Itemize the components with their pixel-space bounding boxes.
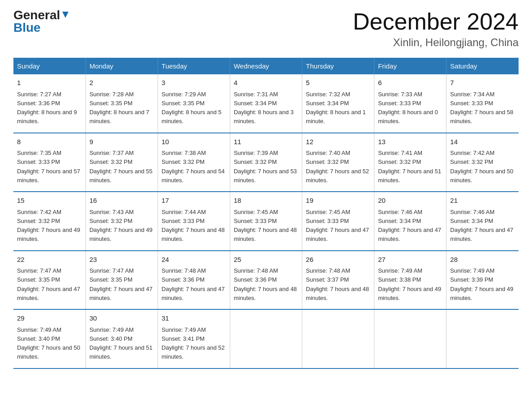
col-wednesday: Wednesday xyxy=(230,58,302,74)
table-row: 9 Sunrise: 7:37 AMSunset: 3:32 PMDayligh… xyxy=(86,133,158,192)
table-row: 25 Sunrise: 7:48 AMSunset: 3:36 PMDaylig… xyxy=(230,251,302,310)
col-thursday: Thursday xyxy=(302,58,374,74)
table-row: 6 Sunrise: 7:33 AMSunset: 3:33 PMDayligh… xyxy=(374,74,446,133)
day-info: Sunrise: 7:49 AMSunset: 3:38 PMDaylight:… xyxy=(378,267,441,301)
logo: General Blue xyxy=(13,9,70,35)
table-row: 28 Sunrise: 7:49 AMSunset: 3:39 PMDaylig… xyxy=(446,251,519,310)
table-row: 21 Sunrise: 7:46 AMSunset: 3:34 PMDaylig… xyxy=(446,192,519,251)
day-number: 6 xyxy=(378,78,442,88)
day-info: Sunrise: 7:34 AMSunset: 3:33 PMDaylight:… xyxy=(450,91,513,125)
table-row: 24 Sunrise: 7:48 AMSunset: 3:36 PMDaylig… xyxy=(158,251,230,310)
calendar-title-block: December 2024 Xinlin, Heilongjiang, Chin… xyxy=(353,9,519,49)
table-row: 8 Sunrise: 7:35 AMSunset: 3:33 PMDayligh… xyxy=(13,133,86,192)
day-info: Sunrise: 7:46 AMSunset: 3:34 PMDaylight:… xyxy=(378,209,441,243)
day-number: 15 xyxy=(17,196,82,206)
table-row: 4 Sunrise: 7:31 AMSunset: 3:34 PMDayligh… xyxy=(230,74,302,133)
logo-triangle-icon xyxy=(60,10,70,20)
svg-marker-0 xyxy=(62,12,69,18)
day-info: Sunrise: 7:47 AMSunset: 3:35 PMDaylight:… xyxy=(90,267,153,301)
day-info: Sunrise: 7:48 AMSunset: 3:36 PMDaylight:… xyxy=(162,267,225,301)
col-sunday: Sunday xyxy=(13,58,86,74)
day-info: Sunrise: 7:44 AMSunset: 3:33 PMDaylight:… xyxy=(162,209,225,243)
day-number: 18 xyxy=(234,196,298,206)
table-row: 17 Sunrise: 7:44 AMSunset: 3:33 PMDaylig… xyxy=(158,192,230,251)
calendar-week-row: 8 Sunrise: 7:35 AMSunset: 3:33 PMDayligh… xyxy=(13,133,519,192)
day-info: Sunrise: 7:32 AMSunset: 3:34 PMDaylight:… xyxy=(306,91,366,125)
day-info: Sunrise: 7:47 AMSunset: 3:35 PMDaylight:… xyxy=(17,267,80,301)
day-info: Sunrise: 7:48 AMSunset: 3:37 PMDaylight:… xyxy=(306,267,369,301)
day-number: 10 xyxy=(162,137,226,147)
table-row: 11 Sunrise: 7:39 AMSunset: 3:32 PMDaylig… xyxy=(230,133,302,192)
day-info: Sunrise: 7:49 AMSunset: 3:40 PMDaylight:… xyxy=(17,326,80,360)
day-info: Sunrise: 7:31 AMSunset: 3:34 PMDaylight:… xyxy=(234,91,294,125)
table-row: 5 Sunrise: 7:32 AMSunset: 3:34 PMDayligh… xyxy=(302,74,374,133)
calendar-week-row: 22 Sunrise: 7:47 AMSunset: 3:35 PMDaylig… xyxy=(13,251,519,310)
table-row: 16 Sunrise: 7:43 AMSunset: 3:32 PMDaylig… xyxy=(86,192,158,251)
day-number: 30 xyxy=(90,313,154,324)
col-saturday: Saturday xyxy=(446,58,519,74)
day-info: Sunrise: 7:42 AMSunset: 3:32 PMDaylight:… xyxy=(17,209,80,243)
day-number: 17 xyxy=(162,196,226,206)
logo-blue-text: Blue xyxy=(13,21,41,35)
table-row: 29 Sunrise: 7:49 AMSunset: 3:40 PMDaylig… xyxy=(13,309,86,368)
table-row: 2 Sunrise: 7:28 AMSunset: 3:35 PMDayligh… xyxy=(86,74,158,133)
table-row: 31 Sunrise: 7:49 AMSunset: 3:41 PMDaylig… xyxy=(158,309,230,368)
table-row: 3 Sunrise: 7:29 AMSunset: 3:35 PMDayligh… xyxy=(158,74,230,133)
day-info: Sunrise: 7:39 AMSunset: 3:32 PMDaylight:… xyxy=(234,150,297,184)
day-info: Sunrise: 7:27 AMSunset: 3:36 PMDaylight:… xyxy=(17,91,77,125)
day-number: 16 xyxy=(90,196,154,206)
day-number: 12 xyxy=(306,137,370,147)
day-info: Sunrise: 7:40 AMSunset: 3:32 PMDaylight:… xyxy=(306,150,369,184)
table-row: 13 Sunrise: 7:41 AMSunset: 3:32 PMDaylig… xyxy=(374,133,446,192)
day-number: 7 xyxy=(450,78,515,88)
day-number: 24 xyxy=(162,255,226,265)
table-row: 27 Sunrise: 7:49 AMSunset: 3:38 PMDaylig… xyxy=(374,251,446,310)
day-info: Sunrise: 7:49 AMSunset: 3:39 PMDaylight:… xyxy=(450,267,513,301)
day-number: 2 xyxy=(90,78,154,88)
table-row: 23 Sunrise: 7:47 AMSunset: 3:35 PMDaylig… xyxy=(86,251,158,310)
day-number: 1 xyxy=(17,78,82,88)
table-row xyxy=(230,309,302,368)
day-number: 21 xyxy=(450,196,515,206)
day-number: 11 xyxy=(234,137,298,147)
calendar-header-row: Sunday Monday Tuesday Wednesday Thursday… xyxy=(13,58,519,74)
col-friday: Friday xyxy=(374,58,446,74)
col-monday: Monday xyxy=(86,58,158,74)
calendar-table: Sunday Monday Tuesday Wednesday Thursday… xyxy=(13,58,519,369)
day-info: Sunrise: 7:29 AMSunset: 3:35 PMDaylight:… xyxy=(162,91,222,125)
day-number: 20 xyxy=(378,196,442,206)
day-info: Sunrise: 7:48 AMSunset: 3:36 PMDaylight:… xyxy=(234,267,297,301)
day-info: Sunrise: 7:49 AMSunset: 3:41 PMDaylight:… xyxy=(162,326,225,360)
day-info: Sunrise: 7:45 AMSunset: 3:33 PMDaylight:… xyxy=(306,209,369,243)
table-row: 1 Sunrise: 7:27 AMSunset: 3:36 PMDayligh… xyxy=(13,74,86,133)
day-number: 27 xyxy=(378,255,442,265)
day-info: Sunrise: 7:46 AMSunset: 3:34 PMDaylight:… xyxy=(450,209,513,243)
calendar-week-row: 29 Sunrise: 7:49 AMSunset: 3:40 PMDaylig… xyxy=(13,309,519,368)
table-row: 20 Sunrise: 7:46 AMSunset: 3:34 PMDaylig… xyxy=(374,192,446,251)
table-row: 18 Sunrise: 7:45 AMSunset: 3:33 PMDaylig… xyxy=(230,192,302,251)
day-number: 22 xyxy=(17,255,82,265)
day-number: 29 xyxy=(17,313,82,324)
table-row: 26 Sunrise: 7:48 AMSunset: 3:37 PMDaylig… xyxy=(302,251,374,310)
day-number: 19 xyxy=(306,196,370,206)
day-info: Sunrise: 7:49 AMSunset: 3:40 PMDaylight:… xyxy=(90,326,153,360)
calendar-location: Xinlin, Heilongjiang, China xyxy=(353,36,519,49)
day-number: 8 xyxy=(17,137,82,147)
day-info: Sunrise: 7:37 AMSunset: 3:32 PMDaylight:… xyxy=(90,150,153,184)
table-row: 14 Sunrise: 7:42 AMSunset: 3:32 PMDaylig… xyxy=(446,133,519,192)
day-number: 3 xyxy=(162,78,226,88)
calendar-week-row: 15 Sunrise: 7:42 AMSunset: 3:32 PMDaylig… xyxy=(13,192,519,251)
day-number: 5 xyxy=(306,78,370,88)
day-number: 26 xyxy=(306,255,370,265)
table-row: 22 Sunrise: 7:47 AMSunset: 3:35 PMDaylig… xyxy=(13,251,86,310)
day-number: 13 xyxy=(378,137,442,147)
table-row: 19 Sunrise: 7:45 AMSunset: 3:33 PMDaylig… xyxy=(302,192,374,251)
day-number: 28 xyxy=(450,255,515,265)
day-number: 14 xyxy=(450,137,515,147)
day-info: Sunrise: 7:35 AMSunset: 3:33 PMDaylight:… xyxy=(17,150,80,184)
day-info: Sunrise: 7:33 AMSunset: 3:33 PMDaylight:… xyxy=(378,91,438,125)
day-info: Sunrise: 7:43 AMSunset: 3:32 PMDaylight:… xyxy=(90,209,153,243)
calendar-week-row: 1 Sunrise: 7:27 AMSunset: 3:36 PMDayligh… xyxy=(13,74,519,133)
logo-general-text: General xyxy=(13,9,60,21)
col-tuesday: Tuesday xyxy=(158,58,230,74)
